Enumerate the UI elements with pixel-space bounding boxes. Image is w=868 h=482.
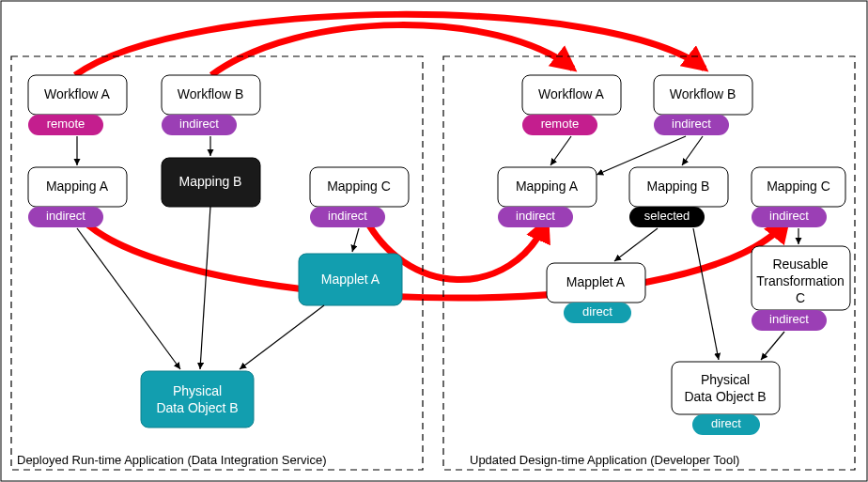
svg-line-26 <box>200 207 210 369</box>
right-mapplet-a: Mapplet A direct <box>547 263 645 323</box>
svg-text:direct: direct <box>711 416 741 430</box>
svg-text:Workflow B: Workflow B <box>670 86 736 101</box>
left-group: Workflow A remote Workflow B indirect Ma… <box>28 75 409 428</box>
svg-text:Data Object B: Data Object B <box>156 400 238 415</box>
svg-line-27 <box>352 228 359 252</box>
svg-text:indirect: indirect <box>769 312 809 326</box>
left-workflow-b: Workflow B indirect <box>162 75 260 135</box>
svg-line-67 <box>614 228 658 261</box>
left-mapping-a: Mapping A indirect <box>28 167 127 227</box>
right-pdo-b: Physical Data Object B direct <box>672 362 780 435</box>
svg-text:indirect: indirect <box>672 117 711 131</box>
svg-text:Mapplet A: Mapplet A <box>321 272 380 287</box>
svg-text:indirect: indirect <box>328 209 367 223</box>
left-pdo-b: Physical Data Object B <box>141 371 254 428</box>
right-mapping-a: Mapping A indirect <box>498 167 597 227</box>
left-panel-caption: Deployed Run-time Application (Data Inte… <box>17 453 327 467</box>
svg-text:Mapping B: Mapping B <box>179 174 242 189</box>
svg-text:Mapping C: Mapping C <box>327 179 391 194</box>
svg-text:Physical: Physical <box>173 383 222 398</box>
svg-text:direct: direct <box>582 304 612 319</box>
svg-line-66 <box>682 136 703 165</box>
svg-text:Mapping C: Mapping C <box>767 179 830 194</box>
svg-text:indirect: indirect <box>769 209 809 223</box>
svg-text:Workflow A: Workflow A <box>44 86 110 101</box>
right-workflow-b: Workflow B indirect <box>654 75 752 135</box>
svg-line-70 <box>761 332 784 360</box>
right-group: Workflow A remote Workflow B indirect Ma… <box>498 75 850 435</box>
right-mapping-c: Mapping C indirect <box>752 167 845 227</box>
svg-text:remote: remote <box>47 117 85 131</box>
right-panel-caption: Updated Design-time Application (Develop… <box>470 453 739 467</box>
svg-text:indirect: indirect <box>516 209 555 223</box>
svg-text:Transformation: Transformation <box>756 273 845 288</box>
right-rtc: Reusable Transformation C indirect <box>752 246 850 331</box>
svg-text:Mapping B: Mapping B <box>647 179 710 194</box>
svg-text:indirect: indirect <box>46 209 85 223</box>
svg-line-64 <box>550 136 571 165</box>
svg-text:Mapping A: Mapping A <box>46 179 109 194</box>
svg-text:Workflow B: Workflow B <box>178 86 244 101</box>
svg-text:Workflow A: Workflow A <box>538 86 604 101</box>
svg-text:indirect: indirect <box>179 117 219 131</box>
left-mapping-b: Mapping B <box>162 158 260 207</box>
left-mapping-c: Mapping C indirect <box>310 167 409 227</box>
diagram-canvas: Deployed Run-time Application (Data Inte… <box>0 0 868 482</box>
svg-text:C: C <box>796 290 805 305</box>
svg-text:Physical: Physical <box>701 372 750 387</box>
svg-text:selected: selected <box>644 209 690 223</box>
right-mapping-b: Mapping B selected <box>629 167 728 227</box>
svg-line-28 <box>240 305 324 369</box>
svg-text:Data Object B: Data Object B <box>684 389 766 404</box>
svg-text:Reusable: Reusable <box>772 257 828 272</box>
svg-text:Mapplet A: Mapplet A <box>566 274 626 289</box>
left-mapplet-a: Mapplet A <box>299 254 402 305</box>
svg-text:remote: remote <box>541 117 579 131</box>
svg-line-68 <box>693 228 719 360</box>
svg-text:Mapping A: Mapping A <box>516 179 579 194</box>
right-workflow-a: Workflow A remote <box>522 75 621 135</box>
left-workflow-a: Workflow A remote <box>28 75 127 135</box>
